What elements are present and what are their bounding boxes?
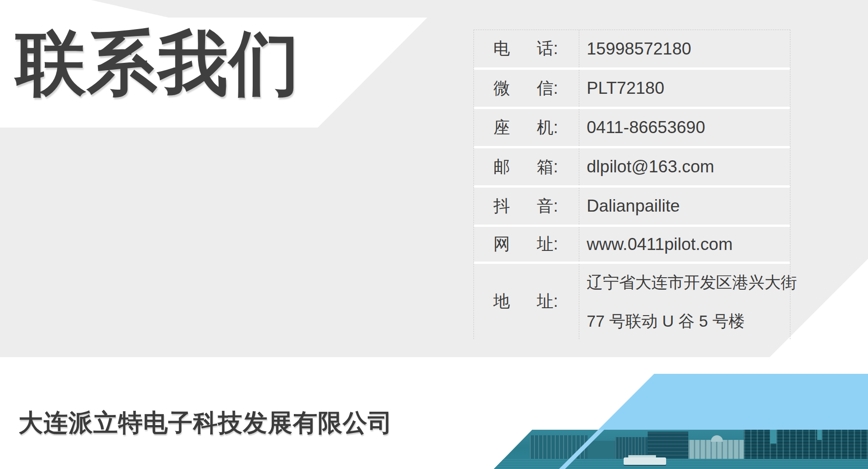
page-title: 联系我们: [16, 21, 300, 105]
contact-value-cell: 辽宁省大连市开发区港兴大街77 号联动 U 谷 5 号楼: [579, 263, 797, 341]
photo-boat: [624, 457, 666, 465]
contact-value-cell: www.0411pilot.com: [579, 234, 790, 255]
contact-value-text: Dalianpailite: [587, 196, 790, 216]
photo-building-cluster: [744, 430, 868, 459]
photo-building: [688, 440, 744, 459]
contact-value-text: 辽宁省大连市开发区港兴大街: [587, 263, 797, 302]
contact-value-cell: 0411-86653690: [579, 117, 790, 138]
contact-label-cell: 网址:: [474, 227, 579, 262]
contact-label-text: 地: [493, 290, 510, 313]
contact-row: 地址:辽宁省大连市开发区港兴大街77 号联动 U 谷 5 号楼: [474, 264, 790, 339]
blue-parallelogram-accent: [554, 374, 868, 430]
contact-value-text: 77 号联动 U 谷 5 号楼: [587, 302, 797, 341]
company-name: 大连派立特电子科技发展有限公司: [18, 407, 393, 440]
contact-label-cell: 电话:: [474, 30, 579, 67]
contact-label-text: 址:: [537, 233, 558, 256]
photo-sky-gap: [770, 430, 777, 444]
contact-label-text: 电: [493, 37, 510, 60]
contact-value-cell: PLT72180: [579, 78, 790, 98]
contact-value-cell: dlpilot@163.com: [579, 157, 790, 177]
contact-label-text: 音:: [537, 195, 558, 218]
contact-label-text: 箱:: [537, 156, 558, 178]
contact-label-text: 话:: [537, 37, 558, 60]
contact-label-cell: 地址:: [474, 264, 579, 339]
contact-label-text: 址:: [537, 290, 558, 313]
contact-label-cell: 微信:: [474, 70, 579, 107]
photo-building: [588, 441, 615, 459]
contact-info-table: 电话:15998572180微信:PLT72180座机:0411-8665369…: [473, 30, 790, 339]
contact-label-cell: 邮箱:: [474, 148, 579, 185]
contact-label-text: 座: [493, 116, 510, 139]
contact-row: 抖音:Dalianpailite: [474, 188, 790, 227]
contact-value-text: PLT72180: [587, 78, 790, 98]
contact-label-text: 邮: [493, 156, 510, 178]
contact-row: 座机:0411-86653690: [474, 109, 790, 148]
contact-value-cell: Dalianpailite: [579, 196, 790, 216]
contact-label-cell: 座机:: [474, 109, 579, 146]
contact-value-text: dlpilot@163.com: [587, 157, 790, 177]
contact-label-text: 微: [493, 77, 510, 100]
contact-label-text: 信:: [537, 77, 558, 100]
contact-row: 网址:www.0411pilot.com: [474, 227, 790, 264]
photo-water: [494, 459, 868, 469]
cityscape-photo: [494, 430, 868, 469]
contact-row: 微信:PLT72180: [474, 70, 790, 109]
slide-contact-page: 联系我们 电话:15998572180微信:PLT72180座机:0411-86…: [0, 0, 868, 469]
photo-dome: [711, 435, 723, 442]
contact-value-text: www.0411pilot.com: [587, 234, 790, 255]
contact-row: 邮箱:dlpilot@163.com: [474, 148, 790, 188]
contact-label-text: 网: [493, 233, 510, 256]
contact-value-cell: 15998572180: [579, 39, 790, 59]
contact-value-text: 15998572180: [587, 39, 790, 59]
photo-sky-gap: [817, 430, 822, 440]
photo-building: [530, 435, 588, 459]
contact-value-text: 0411-86653690: [587, 117, 790, 138]
contact-label-cell: 抖音:: [474, 188, 579, 225]
contact-label-text: 机:: [537, 116, 558, 139]
contact-row: 电话:15998572180: [474, 30, 790, 70]
contact-label-text: 抖: [493, 195, 510, 218]
